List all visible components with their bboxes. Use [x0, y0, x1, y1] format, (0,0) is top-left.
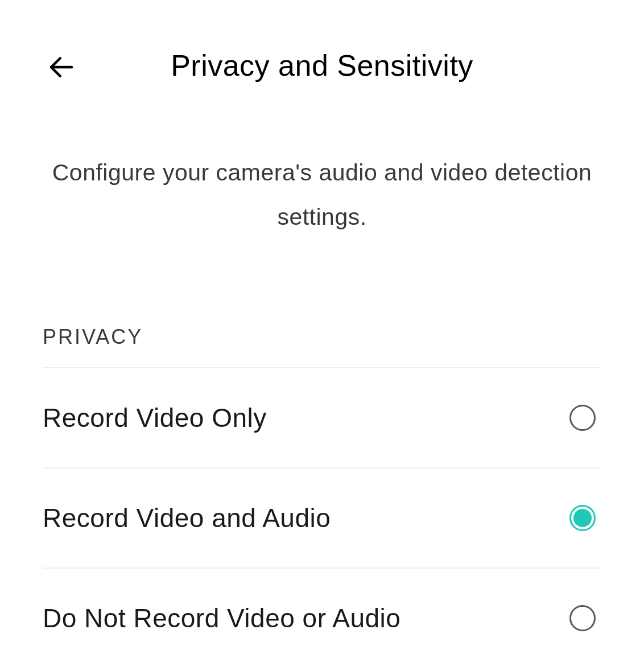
header: Privacy and Sensitivity: [0, 0, 644, 100]
option-do-not-record[interactable]: Do Not Record Video or Audio: [43, 569, 601, 656]
radio-button[interactable]: [569, 505, 596, 531]
option-record-video-only[interactable]: Record Video Only: [43, 368, 601, 468]
option-record-video-and-audio[interactable]: Record Video and Audio: [43, 468, 601, 569]
option-label: Do Not Record Video or Audio: [43, 603, 401, 634]
page-title: Privacy and Sensitivity: [46, 48, 598, 83]
radio-button[interactable]: [569, 605, 596, 631]
option-label: Record Video and Audio: [43, 503, 331, 533]
arrow-left-icon: [46, 52, 77, 83]
radio-inner-icon: [573, 509, 592, 527]
page-description: Configure your camera's audio and video …: [0, 100, 644, 240]
back-button[interactable]: [46, 51, 77, 83]
radio-button[interactable]: [569, 405, 596, 431]
privacy-section: PRIVACY Record Video Only Record Video a…: [0, 325, 644, 656]
section-label: PRIVACY: [43, 325, 601, 368]
option-label: Record Video Only: [43, 402, 267, 433]
